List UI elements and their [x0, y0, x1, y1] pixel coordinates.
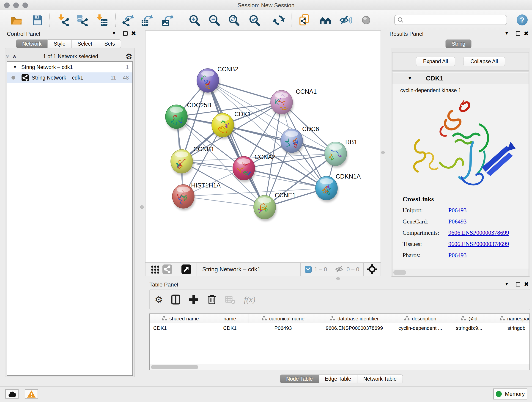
column-header-shared-name[interactable]: shared name	[150, 314, 211, 323]
tab-string[interactable]: String	[445, 39, 472, 48]
new-network-from-selection-icon[interactable]	[298, 14, 311, 26]
function-builder-icon[interactable]: f(x)	[244, 295, 255, 304]
edge-HIST1H1A-CCNE1[interactable]	[183, 196, 265, 207]
node-CDKN1A[interactable]: CDKN1A	[316, 173, 361, 202]
crosslink-link[interactable]: 9606.ENSP00000378699	[448, 241, 509, 248]
table-options-gear-icon[interactable]: ⚙	[155, 294, 163, 305]
search-field[interactable]	[394, 15, 507, 25]
export-network-icon[interactable]	[122, 14, 134, 26]
expand-all-networks-icon[interactable]: »	[11, 55, 18, 58]
zoom-out-icon[interactable]	[208, 14, 220, 26]
delete-column-icon[interactable]	[207, 294, 217, 305]
collection-expander-icon[interactable]: ▼	[13, 65, 17, 70]
column-label: namespace	[507, 316, 530, 322]
gene-description: cyclin-dependent kinase 1	[400, 87, 461, 94]
node-HIST1H1A[interactable]: HIST1H1A	[172, 182, 221, 211]
share-network-icon[interactable]	[162, 264, 172, 274]
import-table-from-file-icon[interactable]	[95, 14, 108, 26]
save-session-icon[interactable]	[32, 14, 44, 26]
column-header-namespace[interactable]: namespace	[489, 314, 530, 323]
selected-checkbox[interactable]	[305, 266, 312, 273]
help-button[interactable]: ?	[517, 14, 528, 26]
tab-node-table[interactable]: Node Table	[280, 375, 319, 383]
first-neighbors-icon[interactable]	[319, 14, 331, 26]
node-RB1[interactable]: RB1	[325, 139, 357, 168]
node-CDC6[interactable]: CDC6	[281, 126, 319, 155]
tab-network[interactable]: Network	[16, 39, 48, 48]
main-toolbar: ?	[0, 10, 532, 30]
network-row-selected[interactable]: String Network – cdk1 11 48	[7, 72, 133, 83]
table-scrollbar[interactable]	[150, 364, 530, 370]
network-collection-row[interactable]: ▼ String Network – cdk1 1	[7, 62, 133, 72]
export-table-icon[interactable]	[141, 14, 153, 26]
export-image-icon[interactable]	[162, 14, 174, 26]
results-panel-menu-icon[interactable]: ▾	[505, 30, 508, 36]
column-header-@id[interactable]: @id	[449, 314, 489, 323]
table-panel-menu-icon[interactable]: ▾	[505, 281, 508, 287]
column-header-database-identifier[interactable]: database identifier	[317, 314, 391, 323]
results-panel-close-icon[interactable]: ✖	[524, 30, 529, 37]
results-scrollbar[interactable]	[393, 269, 529, 276]
cloud-button[interactable]	[5, 389, 19, 399]
tab-sets[interactable]: Sets	[98, 39, 121, 48]
crosslink-link[interactable]: P06493	[448, 252, 467, 259]
create-column-icon[interactable]	[189, 294, 199, 305]
node-CDK1[interactable]: CDK1	[212, 111, 251, 139]
node-CCNE1[interactable]: CCNE1	[254, 192, 296, 221]
node-CCNA1[interactable]: CCNA1	[271, 88, 317, 116]
gene-section-header[interactable]: ▼ CDK1	[393, 73, 529, 84]
hide-selected-icon[interactable]	[339, 14, 352, 26]
grid-view-icon[interactable]	[151, 264, 160, 274]
results-panel-float-icon[interactable]	[516, 31, 520, 37]
search-input[interactable]	[406, 17, 504, 23]
right-splitter-handle[interactable]	[381, 151, 385, 154]
apply-preferred-layout-icon[interactable]	[273, 14, 285, 26]
collapse-all-networks-icon[interactable]: »	[4, 55, 11, 58]
crosslink-link[interactable]: 9606.ENSP00000378699	[448, 230, 509, 236]
zoom-in-icon[interactable]	[188, 14, 201, 26]
expand-all-button[interactable]: Expand All	[416, 57, 455, 66]
network-canvas[interactable]: CCNB2CCNA1CDC25BCDK1CDC6RB1CCNB1CCNA2CDK…	[145, 31, 381, 263]
node-CCNB2[interactable]: CCNB2	[197, 66, 239, 95]
left-splitter-handle[interactable]	[140, 205, 144, 209]
gene-expander-icon[interactable]: ▼	[408, 76, 412, 81]
control-panel-menu-icon[interactable]: ▾	[113, 30, 115, 36]
zoom-fit-content-icon[interactable]	[228, 14, 240, 26]
column-header-name[interactable]: name	[211, 314, 249, 323]
column-header-description[interactable]: description	[391, 314, 449, 323]
crosslink-link[interactable]: P06493	[448, 218, 467, 225]
table-row[interactable]: CDK1CDK1P064939606.ENSP00000378699cyclin…	[150, 323, 530, 333]
crosslink-link[interactable]: P06493	[448, 207, 467, 214]
warning-button[interactable]	[25, 389, 38, 399]
node-CCNB1[interactable]: CCNB1	[171, 146, 215, 175]
control-panel-close-icon[interactable]: ✖	[131, 30, 136, 37]
table-panel-float-icon[interactable]	[516, 282, 520, 287]
tab-edge-table[interactable]: Edge Table	[319, 375, 357, 383]
birdseye-navigator-icon[interactable]	[181, 264, 191, 274]
hidden-eye-icon[interactable]	[335, 265, 344, 274]
cell: 9606.ENSP00000378699	[317, 323, 391, 333]
network-options-gear-icon[interactable]: ⚙	[126, 52, 133, 61]
node-label-CDKN1A: CDKN1A	[336, 173, 361, 180]
column-header-canonical-name[interactable]: canonical name	[249, 314, 317, 323]
import-network-from-database-icon[interactable]	[76, 14, 88, 26]
show-all-icon[interactable]	[360, 14, 372, 26]
results-scrollbar-thumb[interactable]	[393, 270, 406, 275]
control-panel-float-icon[interactable]	[123, 31, 128, 37]
table-scrollbar-thumb[interactable]	[151, 365, 198, 369]
collapse-all-button[interactable]: Collapse All	[463, 57, 505, 66]
open-file-icon[interactable]	[10, 14, 22, 26]
delete-table-icon[interactable]	[225, 294, 236, 305]
horizontal-splitter-handle[interactable]	[336, 277, 340, 280]
node-label-CDK1: CDK1	[234, 111, 251, 118]
tab-select[interactable]: Select	[72, 39, 99, 48]
tab-network-table[interactable]: Network Table	[357, 375, 403, 383]
table-panel-close-icon[interactable]: ✖	[524, 281, 529, 288]
crosslink-label: GeneCard:	[403, 218, 448, 225]
show-columns-icon[interactable]	[171, 294, 180, 305]
zoom-selected-icon[interactable]	[248, 14, 261, 26]
memory-button[interactable]: Memory	[493, 389, 527, 400]
tab-style[interactable]: Style	[48, 39, 71, 48]
pan-crosshair-icon[interactable]	[367, 264, 377, 274]
import-network-from-file-icon[interactable]	[57, 14, 70, 26]
